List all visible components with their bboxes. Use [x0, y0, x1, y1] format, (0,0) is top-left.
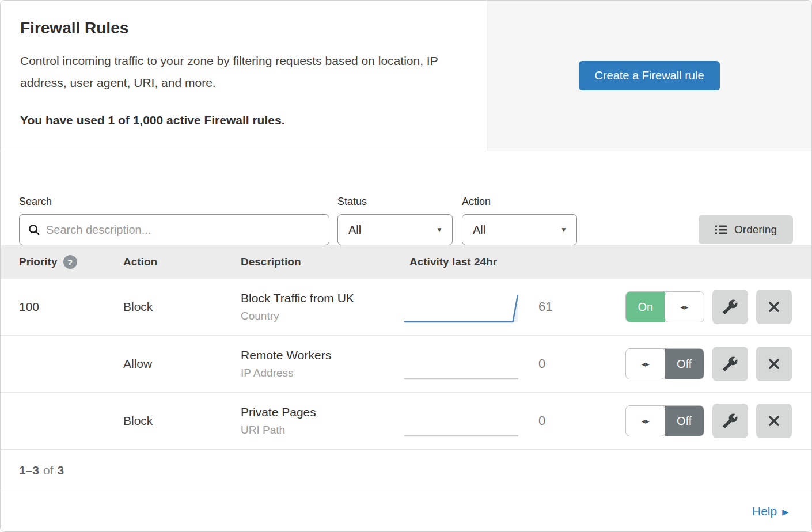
- rule-name: Block Traffic from UK: [241, 291, 404, 305]
- rule-enable-toggle[interactable]: ◂▸ Off: [625, 348, 704, 379]
- edit-rule-button[interactable]: [712, 404, 748, 438]
- status-group: Status All ▼: [337, 196, 453, 245]
- search-group: Search: [19, 196, 329, 245]
- rule-controls: ◂▸ Off: [576, 404, 811, 438]
- magnifier-icon: [28, 223, 40, 236]
- header-action-panel: Create a Firewall rule: [487, 1, 811, 151]
- table-row: Block Private Pages URI Path 0 ◂▸ Off: [1, 393, 811, 450]
- rule-description: Private Pages URI Path: [241, 405, 404, 436]
- search-box: [19, 214, 329, 245]
- wrench-icon: [722, 299, 738, 315]
- toggle-handle-arrows-icon: ◂▸: [625, 405, 666, 436]
- pagination-total: 3: [58, 463, 64, 477]
- ordering-list-icon: [715, 224, 727, 235]
- table-row: 100 Block Block Traffic from UK Country …: [1, 279, 811, 336]
- status-select[interactable]: All ▼: [337, 214, 453, 245]
- pagination-bar: 1–3 of 3: [1, 450, 811, 491]
- status-label: Status: [337, 196, 453, 208]
- toggle-on-label: On: [626, 292, 665, 322]
- close-icon: [767, 357, 781, 371]
- action-select-value: All: [473, 223, 485, 237]
- action-label: Action: [462, 196, 577, 208]
- activity-sparkline: [404, 288, 525, 326]
- rule-priority: 100: [19, 300, 123, 314]
- table-row: Allow Remote Workers IP Address 0 ◂▸ Off: [1, 336, 811, 393]
- ordering-button[interactable]: Ordering: [699, 215, 793, 244]
- rule-description: Block Traffic from UK Country: [241, 291, 404, 322]
- table-header: Priority ? Action Description Activity l…: [1, 245, 811, 279]
- column-description: Description: [241, 256, 404, 268]
- help-link[interactable]: Help ▶: [752, 504, 788, 518]
- rule-match-type: URI Path: [241, 424, 404, 436]
- action-select[interactable]: All ▼: [462, 214, 577, 245]
- toggle-handle-arrows-icon: ◂▸: [665, 291, 705, 322]
- column-priority-label: Priority: [19, 256, 58, 268]
- page-title: Firewall Rules: [20, 19, 467, 37]
- page-description: Control incoming traffic to your zone by…: [20, 50, 466, 94]
- wrench-icon: [722, 356, 738, 372]
- activity-sparkline: [404, 402, 525, 440]
- rule-enable-toggle[interactable]: ◂▸ Off: [625, 405, 704, 436]
- header-text-panel: Firewall Rules Control incoming traffic …: [1, 1, 487, 151]
- chevron-down-icon: ▼: [560, 226, 567, 234]
- rule-action: Block: [123, 414, 241, 428]
- rule-name: Remote Workers: [241, 348, 404, 362]
- question-mark-icon[interactable]: ?: [63, 255, 77, 269]
- rule-match-type: IP Address: [241, 367, 404, 379]
- rule-controls: On ◂▸: [576, 290, 811, 324]
- edit-rule-button[interactable]: [712, 290, 748, 324]
- rule-enable-toggle[interactable]: On ◂▸: [625, 291, 704, 322]
- close-icon: [767, 300, 781, 314]
- pagination-of: of: [43, 463, 54, 477]
- pagination-range: 1–3: [19, 463, 39, 477]
- rule-controls: ◂▸ Off: [576, 347, 811, 381]
- ordering-button-label: Ordering: [734, 223, 777, 236]
- activity-sparkline: [404, 345, 525, 383]
- search-input[interactable]: [46, 223, 321, 237]
- toggle-handle-arrows-icon: ◂▸: [625, 348, 666, 379]
- usage-note: You have used 1 of 1,000 active Firewall…: [20, 113, 467, 127]
- rule-name: Private Pages: [241, 405, 404, 419]
- create-firewall-rule-button[interactable]: Create a Firewall rule: [579, 61, 719, 90]
- action-group: Action All ▼: [462, 196, 577, 245]
- chevron-down-icon: ▼: [436, 226, 443, 234]
- help-link-label: Help: [752, 504, 777, 518]
- rule-description: Remote Workers IP Address: [241, 348, 404, 379]
- header: Firewall Rules Control incoming traffic …: [1, 1, 811, 151]
- delete-rule-button[interactable]: [756, 404, 792, 438]
- filter-bar: Search Status All ▼ Action All ▼: [1, 151, 811, 245]
- rule-action: Block: [123, 300, 241, 314]
- close-icon: [767, 414, 781, 428]
- toggle-off-label: Off: [665, 349, 704, 379]
- delete-rule-button[interactable]: [756, 290, 792, 324]
- status-select-value: All: [348, 223, 361, 237]
- rule-match-type: Country: [241, 310, 404, 322]
- activity-count: 61: [525, 299, 576, 314]
- arrow-right-icon: ▶: [782, 506, 788, 516]
- firewall-rules-card: Firewall Rules Control incoming traffic …: [0, 0, 812, 532]
- search-label: Search: [19, 196, 329, 208]
- column-action: Action: [123, 256, 241, 268]
- toggle-off-label: Off: [665, 406, 704, 436]
- activity-count: 0: [525, 413, 576, 428]
- column-priority: Priority ?: [19, 255, 123, 269]
- column-activity: Activity last 24hr: [404, 256, 576, 268]
- rule-action: Allow: [123, 357, 241, 371]
- activity-count: 0: [525, 356, 576, 371]
- help-bar: Help ▶: [1, 491, 811, 531]
- delete-rule-button[interactable]: [756, 347, 792, 381]
- wrench-icon: [722, 413, 738, 429]
- edit-rule-button[interactable]: [712, 347, 748, 381]
